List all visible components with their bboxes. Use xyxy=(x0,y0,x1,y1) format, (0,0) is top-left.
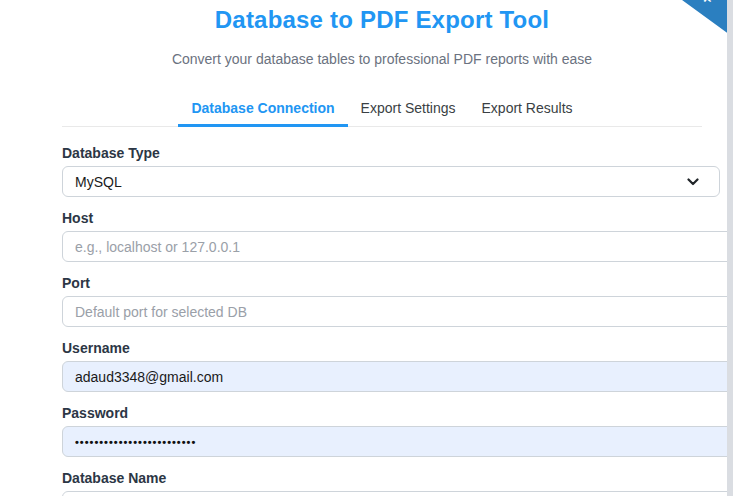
database-name-field: Database Name xyxy=(62,470,702,496)
main-container: Database to PDF Export Tool Convert your… xyxy=(62,6,702,496)
tab-export-results[interactable]: Export Results xyxy=(469,94,586,127)
database-type-select[interactable]: MySQL xyxy=(62,166,720,197)
port-label: Port xyxy=(62,275,702,291)
tab-database-connection[interactable]: Database Connection xyxy=(178,94,347,127)
database-type-label: Database Type xyxy=(62,145,702,161)
page-title: Database to PDF Export Tool xyxy=(62,6,702,34)
database-type-field: Database Type MySQL xyxy=(62,145,702,197)
password-label: Password xyxy=(62,405,702,421)
database-name-label: Database Name xyxy=(62,470,702,486)
page-subtitle: Convert your database tables to professi… xyxy=(62,51,702,67)
password-field: Password xyxy=(62,405,702,457)
host-input[interactable] xyxy=(62,231,727,262)
port-input[interactable] xyxy=(62,296,727,327)
password-input[interactable] xyxy=(62,426,727,457)
app-viewport: PDF Database to PDF Export Tool Convert … xyxy=(0,0,733,496)
connection-form: Database Type MySQL Host Por xyxy=(62,145,702,496)
port-field: Port xyxy=(62,275,702,327)
tab-bar: Database Connection Export Settings Expo… xyxy=(62,94,702,127)
username-field: Username xyxy=(62,340,702,392)
database-name-input[interactable] xyxy=(62,491,727,496)
host-label: Host xyxy=(62,210,702,226)
host-field: Host xyxy=(62,210,702,262)
page: PDF Database to PDF Export Tool Convert … xyxy=(0,0,727,496)
database-type-select-wrap: MySQL xyxy=(62,166,720,197)
scrollbar[interactable] xyxy=(727,0,733,496)
username-input[interactable] xyxy=(62,361,727,392)
username-label: Username xyxy=(62,340,702,356)
tab-export-settings[interactable]: Export Settings xyxy=(348,94,469,127)
